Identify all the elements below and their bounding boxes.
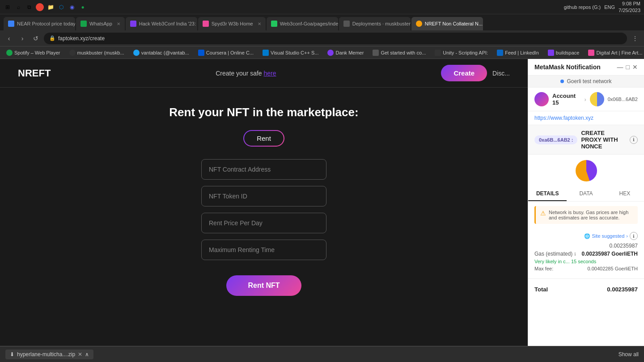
bottom-bar: ⬇ hyperlane-multicha....zip ✕ ∧ Show all bbox=[0, 346, 644, 362]
mm-account-info: Account 15 bbox=[552, 93, 580, 106]
mm-account-arrow[interactable]: › bbox=[584, 96, 586, 103]
form-fields: Rent NFT bbox=[201, 159, 326, 296]
mm-tab-data[interactable]: DATA bbox=[567, 187, 605, 201]
mm-suggested-network-icon: 🌐 bbox=[584, 233, 590, 239]
bookmark-vantablac[interactable]: vantablac (@vantab... bbox=[131, 49, 192, 57]
download-item: ⬇ hyperlane-multicha....zip ✕ ∧ bbox=[5, 349, 93, 359]
rent-price-per-day-input[interactable] bbox=[201, 213, 326, 233]
mm-gas-label: Gas (estimated) ℹ bbox=[534, 251, 576, 257]
mm-proxy-address: 0xa6B...6AB2 : bbox=[534, 135, 577, 144]
page-layout: NREFT Create your safe here Create Disc.… bbox=[0, 59, 644, 346]
page-title: Rent your NFT in the marketplace: bbox=[169, 105, 358, 119]
network-dot bbox=[560, 80, 564, 83]
extensions-icon[interactable]: ⋮ bbox=[630, 33, 640, 44]
mm-divider bbox=[528, 278, 644, 279]
mm-proxy-info-button[interactable]: ℹ bbox=[630, 136, 638, 144]
mm-gas-info-icon[interactable]: ℹ bbox=[574, 252, 576, 257]
create-button[interactable]: Create bbox=[441, 65, 487, 81]
tab-4[interactable]: Spyd3r W3b Home ✕ bbox=[198, 17, 266, 30]
discord-icon[interactable]: ◉ bbox=[68, 3, 76, 11]
taskbar-left: ⊞ ⌕ ⧉ 📁 ⬡ ◉ ● bbox=[4, 3, 87, 11]
bookmark-digital-art-label: Digital Art | Fine Art... bbox=[596, 50, 642, 55]
vscode-icon[interactable]: ⬡ bbox=[57, 3, 65, 11]
tab-6[interactable]: Deployments · muskbuster/We... ✕ bbox=[339, 17, 411, 30]
repo-label: github repos (G:) bbox=[564, 4, 601, 10]
reload-button[interactable]: ↺ bbox=[30, 33, 41, 44]
explorer-icon[interactable]: 📁 bbox=[47, 3, 55, 11]
mm-minimize-button[interactable]: — bbox=[617, 63, 623, 71]
twitter-icon bbox=[133, 50, 140, 56]
mm-tab-details[interactable]: DETAILS bbox=[528, 187, 567, 201]
bookmark-coursera[interactable]: Coursera | Online C... bbox=[195, 49, 256, 57]
tab-close-4[interactable]: ✕ bbox=[258, 21, 261, 26]
search-icon[interactable]: ⌕ bbox=[14, 3, 22, 11]
bookmark-vantablac-label: vantablac (@vantab... bbox=[141, 50, 189, 55]
mm-site-suggested: 🌐 Site suggested › ℹ bbox=[534, 232, 638, 240]
site-logo: NREFT bbox=[18, 67, 51, 79]
mm-proxy-label: CREATE PROXY WITH NONCE bbox=[581, 130, 626, 150]
download-chevron-icon[interactable]: ∧ bbox=[85, 351, 89, 358]
spotify-icon bbox=[6, 50, 13, 56]
nav-center-text: Create your safe bbox=[216, 70, 263, 77]
download-close-button[interactable]: ✕ bbox=[78, 351, 82, 358]
bookmark-coursera-label: Coursera | Online C... bbox=[206, 50, 254, 55]
tab-7[interactable]: NREFT Non Collateral N... ✕ bbox=[411, 17, 483, 30]
bookmark-getstarted[interactable]: Get started with co... bbox=[370, 49, 428, 57]
mm-panel-title: MetaMask Notification bbox=[534, 63, 601, 71]
coursera-icon bbox=[198, 50, 204, 56]
whatsapp-icon[interactable]: ● bbox=[79, 3, 87, 11]
bookmark-unity[interactable]: Unity - Scripting API: bbox=[432, 49, 491, 57]
bookmark-vscode[interactable]: Visual Studio C++ S... bbox=[260, 49, 321, 57]
mm-maximize-button[interactable]: □ bbox=[626, 63, 630, 71]
task-view-icon[interactable]: ⧉ bbox=[25, 3, 33, 11]
nft-contract-address-input[interactable] bbox=[201, 159, 326, 180]
mm-close-button[interactable]: ✕ bbox=[632, 63, 638, 71]
mm-warning: ⚠ Network is busy. Gas prices are high a… bbox=[534, 206, 638, 224]
nft-token-id-input[interactable] bbox=[201, 186, 326, 206]
start-icon[interactable]: ⊞ bbox=[4, 3, 12, 11]
show-all-button[interactable]: Show all bbox=[619, 351, 639, 358]
github-icon bbox=[69, 50, 76, 56]
digital-art-icon bbox=[588, 50, 594, 56]
mm-account-name: Account 15 bbox=[552, 93, 580, 106]
address-url: faptoken.xyz/create bbox=[58, 35, 105, 42]
tab-label-7: NREFT Non Collateral N... bbox=[425, 21, 483, 26]
bookmark-muskbuster[interactable]: muskbuster (muskb... bbox=[67, 49, 127, 57]
mm-site-url: https://www.faptoken.xyz bbox=[528, 111, 644, 125]
maximum-renting-time-input[interactable] bbox=[201, 240, 326, 260]
taskbar: ⊞ ⌕ ⧉ 📁 ⬡ ◉ ● github repos (G:) ENG 9:08… bbox=[0, 0, 644, 14]
tab-label-4: Spyd3r W3b Home bbox=[212, 21, 253, 26]
disconnect-button[interactable]: Disc... bbox=[492, 70, 510, 77]
back-button[interactable]: ‹ bbox=[4, 33, 14, 44]
mm-site-suggested-info[interactable]: ℹ bbox=[630, 232, 638, 240]
bookmark-digital-art[interactable]: Digital Art | Fine Art... bbox=[585, 49, 644, 57]
nav-center-link[interactable]: here bbox=[264, 70, 276, 77]
tab-5[interactable]: Web3conf-Goa/pages/index.js... ✕ bbox=[267, 17, 338, 30]
tab-3[interactable]: Hack Web3Conf India '23: Dash... ✕ bbox=[126, 17, 197, 30]
tab-2[interactable]: WhatsApp ✕ bbox=[76, 17, 125, 30]
tab-label-1: NEAR Protocol price today, NEA... bbox=[17, 21, 75, 26]
bookmark-linkedin[interactable]: Feed | LinkedIn bbox=[494, 49, 542, 57]
mm-main-avatar bbox=[576, 160, 597, 181]
address-bar-row: ‹ › ↺ 🔒 faptoken.xyz/create ⋮ bbox=[0, 30, 644, 46]
bookmark-spotify-label: Spotify – Web Player bbox=[14, 50, 60, 55]
bookmark-spotify[interactable]: Spotify – Web Player bbox=[4, 49, 63, 57]
tab-favicon-5 bbox=[271, 21, 277, 27]
rent-tab-button[interactable]: Rent bbox=[243, 130, 284, 147]
tab-label-6: Deployments · muskbuster/We... bbox=[352, 21, 411, 26]
tab-close-2[interactable]: ✕ bbox=[117, 21, 120, 26]
forward-button[interactable]: › bbox=[17, 33, 28, 44]
mm-warning-icon: ⚠ bbox=[540, 210, 546, 220]
bookmark-dank[interactable]: Dank Memer bbox=[325, 49, 366, 57]
tab-1[interactable]: NEAR Protocol price today, NEA... ✕ bbox=[4, 17, 75, 30]
mm-header: MetaMask Notification — □ ✕ bbox=[528, 59, 644, 76]
bookmark-buildspace[interactable]: buildspace bbox=[545, 49, 582, 57]
bookmark-vscode-label: Visual Studio C++ S... bbox=[271, 50, 318, 55]
vscode-bm-icon bbox=[263, 50, 269, 56]
mm-tab-hex[interactable]: HEX bbox=[606, 187, 644, 201]
rent-nft-button[interactable]: Rent NFT bbox=[226, 275, 301, 296]
chrome-icon[interactable] bbox=[36, 3, 44, 11]
site-content: Rent your NFT in the marketplace: Rent R… bbox=[0, 88, 528, 314]
address-bar[interactable]: 🔒 faptoken.xyz/create bbox=[44, 33, 627, 44]
mm-network-label: Goerli test network bbox=[567, 78, 611, 84]
